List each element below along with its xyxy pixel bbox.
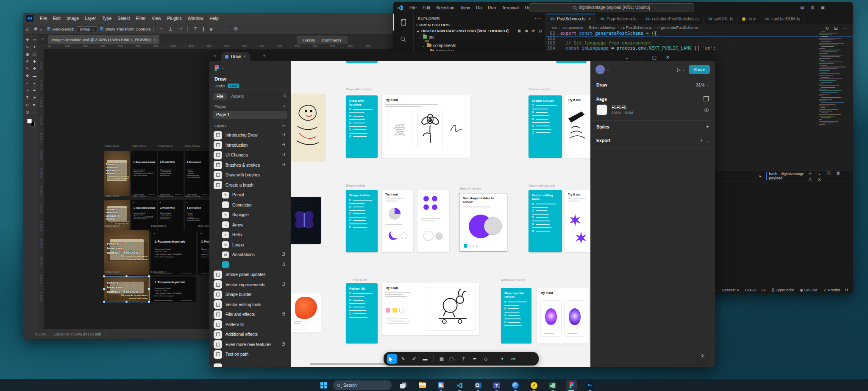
add-style-icon[interactable]: +	[706, 124, 709, 130]
ps-menu-layer[interactable]: Layer	[85, 16, 96, 21]
shape-tool[interactable]: ▢⌄	[448, 354, 458, 364]
lock-icon[interactable]	[282, 144, 285, 146]
status-item-lf[interactable]: LF	[762, 288, 766, 292]
pattern-swatches[interactable]	[386, 308, 404, 313]
workspace-gear-icon[interactable]: ⚙	[234, 26, 238, 32]
brush-tool-icon[interactable]: ✎	[24, 65, 31, 72]
history-tab[interactable]: History	[303, 38, 315, 42]
cut-frame-top-2[interactable]	[556, 61, 587, 63]
layer-pencil[interactable]: ✎Pencil	[209, 190, 291, 200]
vscode-menu-run[interactable]: Run	[488, 5, 496, 10]
taskbar-vscode-icon[interactable]	[454, 380, 465, 390]
artboard-label[interactable]: 1920x1920-2	[151, 225, 166, 227]
wand-tool-icon[interactable]: ✦	[31, 44, 38, 50]
selection-handle[interactable]	[103, 275, 105, 277]
ps-menu-help[interactable]: Help	[209, 16, 219, 21]
frame-additional-effects[interactable]: More special effects	[501, 288, 531, 344]
status-item-spaces-4[interactable]: Spaces: 4	[722, 288, 739, 292]
ps-menu-window[interactable]: Window	[188, 16, 203, 21]
artboard-label[interactable]: 1080x1350-3	[158, 195, 173, 198]
status-item-typescript[interactable]: {}TypeScript	[772, 288, 794, 292]
artboard[interactable]: ⌁1. Rozpoznanie potrzebZrozumienie Twoic…	[131, 151, 157, 196]
taskbar-edge-icon[interactable]	[510, 380, 520, 390]
distribute-v-icon[interactable]: ∥	[203, 26, 205, 32]
layer-loops[interactable]: ∞Loops	[209, 240, 291, 250]
vscode-menu-edit[interactable]: Edit	[423, 5, 430, 10]
artboard-label[interactable]: 1080x1350-1	[104, 195, 119, 198]
color-hex[interactable]: F5F5F5	[612, 105, 633, 110]
tab-assets[interactable]: Assets	[227, 93, 248, 100]
ps-menu-plugins[interactable]: Plugins	[167, 16, 181, 21]
artboard-label[interactable]: 1920x1080-1	[104, 271, 119, 274]
layer-introducing-draw[interactable]: Introducing Draw	[209, 130, 291, 140]
selection-handle[interactable]	[148, 301, 150, 303]
frame-pattern-fill[interactable]: Pattern fill	[346, 283, 378, 344]
layer-vector-editing-tools[interactable]: Vector editing tools	[209, 300, 291, 310]
text-tool[interactable]: T	[459, 354, 469, 364]
vscode-menu-go[interactable]: Go	[476, 5, 482, 10]
distribute-icon[interactable]: ⊤	[193, 26, 198, 32]
layer-additional-effects[interactable]: Additional effects	[209, 330, 291, 339]
frame-sketch-cut[interactable]	[291, 94, 326, 161]
layer-arrow[interactable]: →Arrow	[209, 220, 291, 230]
collapse-panels-icon[interactable]: «	[42, 36, 44, 41]
frame-try-effects[interactable]: Try it out	[537, 288, 589, 344]
section-label[interactable]: See it in action	[460, 187, 481, 190]
lasso-tool-icon[interactable]: ∿	[24, 44, 31, 50]
layout-toggle-icons[interactable]: ▤ ▥ ▦	[800, 5, 827, 10]
select-shape-pill[interactable]	[386, 318, 409, 324]
editor-tab-canUseDOM.ts[interactable]: TScanUseDOM.ts	[760, 14, 805, 24]
align-left-icon[interactable]: ⊢	[159, 26, 164, 32]
figma-home-icon[interactable]: ⌂	[213, 53, 216, 58]
marquee-tool-icon[interactable]: ▭	[31, 36, 38, 43]
artboard-label[interactable]: 1080x1350-4	[185, 195, 200, 198]
lock-icon[interactable]	[282, 284, 285, 286]
auto-select-checkbox[interactable]	[47, 27, 50, 31]
layer-even-more-new-features[interactable]: Even more new features	[209, 340, 291, 349]
status-item-utf-8[interactable]: UTF-8	[745, 288, 756, 292]
selection-handle[interactable]	[125, 301, 128, 303]
section-label[interactable]: Create a brush	[529, 87, 550, 91]
pen-tool[interactable]: ✒	[470, 354, 480, 364]
cut-frame-top-1[interactable]	[346, 61, 378, 63]
figma-menu-icon[interactable]	[214, 65, 219, 71]
pages-header[interactable]: Pages	[214, 104, 226, 109]
crop-tool-icon[interactable]: ▣	[24, 51, 31, 58]
open-editors-header[interactable]: OPEN EDITORS	[419, 22, 450, 27]
actions-tool[interactable]: ✦	[497, 354, 507, 364]
file-name-chevron-icon[interactable]: ⌄	[228, 77, 232, 81]
artboard-label[interactable]: 1080x1350-2	[131, 195, 146, 198]
home-icon[interactable]: ⌂	[26, 27, 29, 32]
new-tab-icon[interactable]: +	[263, 53, 265, 58]
vscode-menu-selection[interactable]: Selection	[436, 5, 454, 10]
share-button[interactable]: Share	[689, 65, 710, 74]
eraser-tool-icon[interactable]: ▬	[31, 73, 38, 79]
path-select-tool-icon[interactable]: ➤	[31, 94, 38, 101]
figma-canvas[interactable]: Draw with brushes Create a brush Draw wi…	[291, 61, 590, 367]
artboard[interactable]: Procestworzeniaaplikacji - 6 krokówOd po…	[104, 151, 130, 196]
lock-icon[interactable]	[282, 313, 285, 316]
type-tool-icon[interactable]: T	[24, 94, 31, 101]
artboard[interactable]: ⌁2. Projekt UX/UIMakiety i prototypy– sz…	[158, 151, 184, 196]
gradient-tool-icon[interactable]: ◐	[24, 80, 31, 87]
taskbar-file-explorer-icon[interactable]	[417, 380, 427, 390]
zoom-level[interactable]: 8.33%	[35, 332, 46, 336]
selection-handle[interactable]	[148, 275, 150, 277]
editor-tab-PageSchema.ts[interactable]: TSPageSchema.ts	[595, 14, 641, 24]
pen-tool-icon[interactable]: ✒	[31, 87, 38, 94]
ps-menu-file[interactable]: File	[40, 16, 47, 21]
selection-handle[interactable]	[103, 288, 105, 290]
search-panel-icon[interactable]	[393, 31, 413, 47]
frame-try-shapes-2[interactable]	[417, 190, 449, 252]
taskbar-todo-icon[interactable]: ✓	[529, 380, 539, 390]
breadcrumb[interactable]: src›components›SchemaMarkup›TSPostSchema…	[546, 24, 853, 31]
page-styles-icon[interactable]: ❐	[703, 95, 709, 103]
taskbar-media-app-icon[interactable]	[436, 380, 446, 390]
group-dropdown[interactable]: Group ⌄	[77, 26, 97, 32]
terminal-body[interactable]	[707, 182, 853, 266]
editor-tab-.env[interactable]: .env	[738, 14, 760, 24]
explorer-icon[interactable]	[393, 14, 413, 31]
zoom-tool-icon[interactable]: ◎	[24, 109, 31, 115]
explorer-more-icon[interactable]: ⋯	[534, 14, 541, 22]
frame-shape-builder[interactable]: Shape builder	[346, 190, 378, 252]
